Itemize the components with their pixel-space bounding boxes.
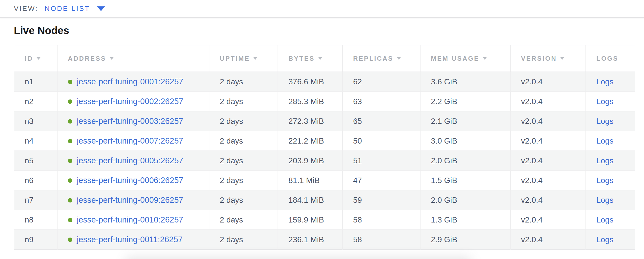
- column-header-label: BYTES: [288, 55, 315, 62]
- node-uptime: 2 days: [220, 196, 243, 205]
- node-address-link[interactable]: jesse-perf-tuning-0006:26257: [77, 176, 183, 185]
- node-id-cell: n8: [14, 210, 57, 230]
- node-uptime-cell: 2 days: [209, 91, 278, 111]
- node-version-cell: v2.0.4: [510, 210, 586, 230]
- node-mem-usage: 3.6 GiB: [431, 77, 457, 86]
- node-id: n2: [25, 97, 34, 106]
- sort-caret-icon: [483, 57, 487, 60]
- node-address-cell: jesse-perf-tuning-0001:26257: [57, 72, 209, 91]
- column-header-version[interactable]: VERSION: [510, 45, 586, 72]
- node-logs-link[interactable]: Logs: [596, 176, 614, 185]
- node-bytes: 236.1 MiB: [288, 235, 324, 244]
- node-uptime: 2 days: [220, 215, 243, 224]
- node-logs-link[interactable]: Logs: [596, 77, 614, 86]
- node-replicas-cell: 51: [342, 151, 420, 170]
- column-header-label: MEM USAGE: [431, 55, 479, 62]
- node-bytes-cell: 81.1 MiB: [278, 170, 342, 190]
- node-mem-usage-cell: 2.2 GiB: [420, 91, 510, 111]
- node-uptime: 2 days: [220, 97, 243, 106]
- node-mem-usage-cell: 3.6 GiB: [420, 72, 510, 91]
- node-address-link[interactable]: jesse-perf-tuning-0001:26257: [77, 77, 183, 86]
- node-address-cell: jesse-perf-tuning-0011:26257: [57, 230, 209, 249]
- column-header-label: REPLICAS: [353, 55, 393, 62]
- node-bytes: 285.3 MiB: [288, 97, 324, 106]
- table-header: ID ADDRESS UPTIME BYTES REPLICAS MEM USA…: [14, 45, 635, 72]
- node-address-cell: jesse-perf-tuning-0006:26257: [57, 170, 209, 190]
- node-bytes-cell: 184.1 MiB: [278, 190, 342, 210]
- live-nodes-table: ID ADDRESS UPTIME BYTES REPLICAS MEM USA…: [14, 45, 635, 250]
- node-logs-link[interactable]: Logs: [596, 196, 614, 205]
- node-id: n9: [25, 235, 34, 244]
- node-version: v2.0.4: [521, 136, 542, 145]
- node-mem-usage-cell: 2.1 GiB: [420, 111, 510, 131]
- column-header-address[interactable]: ADDRESS: [57, 45, 209, 72]
- node-live-status-icon: [68, 159, 72, 163]
- node-logs-cell: Logs: [586, 210, 635, 230]
- node-live-status-icon: [68, 99, 72, 104]
- node-version: v2.0.4: [521, 215, 542, 224]
- node-id-cell: n5: [14, 151, 57, 170]
- node-mem-usage: 2.0 GiB: [431, 156, 457, 165]
- node-mem-usage: 3.0 GiB: [431, 136, 457, 145]
- node-logs-cell: Logs: [586, 230, 635, 249]
- node-uptime: 2 days: [220, 235, 243, 244]
- column-header-mem[interactable]: MEM USAGE: [420, 45, 510, 72]
- node-logs-link[interactable]: Logs: [596, 156, 614, 165]
- node-table-row: n1 jesse-perf-tuning-0001:26257 2 days 3…: [14, 72, 635, 91]
- node-bytes: 159.9 MiB: [288, 215, 324, 224]
- node-logs-link[interactable]: Logs: [596, 215, 614, 224]
- node-address-link[interactable]: jesse-perf-tuning-0009:26257: [77, 195, 183, 205]
- node-logs-link[interactable]: Logs: [596, 235, 614, 244]
- node-replicas-cell: 47: [342, 170, 420, 190]
- page-title: Live Nodes: [14, 24, 644, 37]
- node-address-link[interactable]: jesse-perf-tuning-0010:26257: [77, 215, 183, 224]
- node-address-link[interactable]: jesse-perf-tuning-0011:26257: [77, 235, 183, 244]
- node-uptime-cell: 2 days: [209, 131, 278, 151]
- node-mem-usage: 2.2 GiB: [431, 97, 457, 106]
- view-selector-dropdown[interactable]: NODE LIST: [45, 5, 105, 12]
- node-address-link[interactable]: jesse-perf-tuning-0003:26257: [77, 116, 183, 126]
- node-version: v2.0.4: [521, 196, 542, 205]
- column-header-bytes[interactable]: BYTES: [278, 45, 342, 72]
- node-live-status-icon: [68, 178, 72, 183]
- node-id: n1: [25, 77, 34, 86]
- node-address-cell: jesse-perf-tuning-0010:26257: [57, 210, 209, 230]
- column-header-label: VERSION: [521, 55, 557, 62]
- node-table-row: n6 jesse-perf-tuning-0006:26257 2 days 8…: [14, 170, 635, 190]
- node-version: v2.0.4: [521, 77, 542, 86]
- node-live-status-icon: [68, 139, 72, 143]
- node-address-link[interactable]: jesse-perf-tuning-0005:26257: [77, 156, 183, 165]
- sort-caret-icon: [253, 57, 257, 60]
- node-uptime-cell: 2 days: [209, 230, 278, 249]
- node-bytes: 203.9 MiB: [288, 156, 324, 165]
- node-logs-cell: Logs: [586, 111, 635, 131]
- node-bytes-cell: 159.9 MiB: [278, 210, 342, 230]
- node-version-cell: v2.0.4: [510, 170, 586, 190]
- node-address-cell: jesse-perf-tuning-0007:26257: [57, 131, 209, 151]
- column-header-uptime[interactable]: UPTIME: [209, 45, 278, 72]
- node-bytes-cell: 376.6 MiB: [278, 72, 342, 91]
- column-header-id[interactable]: ID: [14, 45, 57, 72]
- node-address-link[interactable]: jesse-perf-tuning-0007:26257: [77, 136, 183, 145]
- node-mem-usage: 2.0 GiB: [431, 196, 457, 205]
- node-address-link[interactable]: jesse-perf-tuning-0002:26257: [77, 97, 183, 106]
- node-logs-cell: Logs: [586, 151, 635, 170]
- node-uptime: 2 days: [220, 156, 243, 165]
- node-logs-link[interactable]: Logs: [596, 97, 614, 106]
- node-logs-link[interactable]: Logs: [596, 117, 614, 126]
- sort-caret-icon: [110, 57, 114, 60]
- node-live-status-icon: [68, 238, 72, 242]
- column-header-label: UPTIME: [220, 55, 250, 62]
- node-uptime: 2 days: [220, 176, 243, 185]
- node-logs-cell: Logs: [586, 170, 635, 190]
- node-table-row: n8 jesse-perf-tuning-0010:26257 2 days 1…: [14, 210, 635, 230]
- node-logs-link[interactable]: Logs: [596, 136, 614, 145]
- column-header-replicas[interactable]: REPLICAS: [342, 45, 420, 72]
- node-bytes-cell: 221.2 MiB: [278, 131, 342, 151]
- node-mem-usage: 2.9 GiB: [431, 235, 457, 244]
- view-label: VIEW:: [14, 5, 38, 12]
- node-id-cell: n1: [14, 72, 57, 91]
- node-uptime: 2 days: [220, 77, 243, 86]
- node-mem-usage: 1.5 GiB: [431, 176, 457, 185]
- node-table-row: n2 jesse-perf-tuning-0002:26257 2 days 2…: [14, 91, 635, 111]
